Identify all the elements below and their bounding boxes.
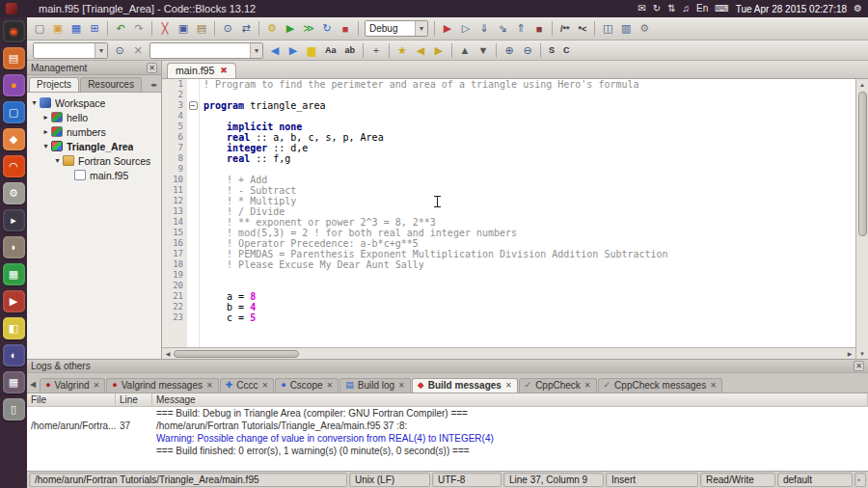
zoom-in-button[interactable]: ⊕ [501, 41, 518, 59]
highlight-button[interactable]: ▆ [303, 41, 320, 59]
scroll-right-icon[interactable]: ▶ [844, 350, 855, 357]
code-line[interactable]: 2 [162, 90, 855, 100]
code-line[interactable]: 11 ! - Subtract [162, 185, 855, 196]
code-line[interactable]: 1! Program to find the perimeter and are… [162, 79, 855, 90]
prev-bookmark-button[interactable]: ◀ [412, 41, 429, 59]
code-line[interactable]: 6 real :: a, b, c, s, p, Area [162, 132, 855, 143]
expander-icon[interactable]: ▸ [41, 127, 51, 136]
close-tab-icon[interactable]: ✕ [505, 382, 512, 390]
highlight-syntax-button[interactable]: S [545, 41, 558, 59]
match-case-button[interactable]: Aa [321, 41, 340, 59]
settings-button[interactable]: ⚙ [636, 20, 653, 38]
log-tab-cppcheck-messages[interactable]: ✓CppCheck messages✕ [598, 378, 722, 393]
run-to-cursor-button[interactable]: ▷ [457, 20, 475, 38]
launcher-firefox[interactable]: ● [3, 74, 25, 96]
launcher-terminal[interactable]: ▸ [3, 209, 25, 231]
log-tab-valgrind-messages[interactable]: ●Valgrind messages✕ [106, 378, 218, 393]
network-indicator[interactable]: ⇅ [667, 4, 675, 14]
close-logs-icon[interactable]: ✕ [854, 361, 864, 371]
prev-result-button[interactable]: ◀ [266, 41, 284, 59]
launcher-gimp[interactable]: ◗ [3, 236, 25, 258]
code-line[interactable]: 3−program triangle_area [162, 100, 855, 111]
editor-tab-main-f95[interactable]: main.f95 ✖ [167, 63, 236, 78]
keyboard-layout-indicator[interactable]: En [696, 4, 708, 14]
tab-scroll-icons[interactable]: ◂▸ [150, 81, 159, 92]
build-target-select[interactable]: Debug▾ [365, 20, 428, 37]
close-tab-icon[interactable]: ✕ [327, 382, 334, 390]
close-tab-icon[interactable]: ✕ [261, 382, 268, 390]
open-file-button[interactable]: ▣ [49, 20, 67, 38]
session-menu-icon[interactable]: ⚙ [854, 4, 862, 14]
run-button[interactable]: ▶ [282, 20, 299, 38]
launcher-dash-home[interactable]: ◉ [3, 20, 25, 42]
code-line[interactable]: 13 ! / Divide [162, 206, 855, 217]
code-line[interactable]: 20 [162, 281, 855, 291]
log-tab-valgrind[interactable]: ●Valgrind✕ [40, 378, 105, 393]
rebuild-button[interactable]: ↻ [318, 20, 336, 38]
table-row[interactable]: === Build finished: 0 error(s), 1 warnin… [27, 445, 868, 457]
fold-all-button[interactable]: ▲ [456, 41, 474, 59]
launcher-trash[interactable]: ▯ [3, 398, 25, 420]
clock-indicator[interactable]: Tue Apr 28 2015 02:27:18 [736, 4, 847, 14]
close-management-icon[interactable]: ✕ [147, 63, 157, 73]
code-line[interactable]: 14 ! ** exponent or power 2^3 = 8, 2**3 [162, 217, 855, 228]
clear-search-button[interactable]: ✕ [129, 41, 147, 59]
tree-item-numbers[interactable]: ▸numbers [27, 124, 161, 139]
scroll-up-icon[interactable]: ▲ [856, 79, 868, 90]
close-tab-icon[interactable]: ✕ [710, 382, 717, 390]
split-view-button[interactable]: ◫ [599, 20, 616, 38]
vertical-scrollbar[interactable]: ▲ ▼ [855, 79, 868, 359]
column-header-line[interactable]: Line [116, 393, 152, 406]
launcher-media-player[interactable]: ▶ [3, 290, 25, 312]
fold-toggle-icon[interactable]: − [189, 101, 198, 110]
redo-button[interactable]: ↷ [130, 20, 148, 38]
sound-indicator[interactable]: ♫ [683, 4, 691, 14]
tree-item-workspace[interactable]: ▾Workspace [27, 95, 161, 110]
unfold-all-button[interactable]: ▼ [475, 41, 492, 59]
log-tab-cscope[interactable]: ●Cscope✕ [275, 378, 339, 393]
tab-projects[interactable]: Projects [29, 77, 79, 92]
code-area[interactable]: 1! Program to find the perimeter and are… [162, 79, 855, 347]
launcher-eclipse[interactable]: ◐ [3, 344, 25, 366]
launcher-libreoffice-calc[interactable]: ▦ [3, 263, 25, 285]
vscroll-thumb[interactable] [858, 92, 867, 236]
close-tab-icon[interactable]: ✕ [206, 382, 213, 390]
expander-icon[interactable]: ▾ [41, 142, 51, 150]
highlight-occurrences-button[interactable]: C [559, 41, 574, 59]
launcher-software-center[interactable]: ◆ [3, 128, 25, 150]
symbols-browser-button[interactable]: ▥ [617, 20, 635, 38]
save-button[interactable]: ▦ [68, 20, 85, 38]
build-and-run-button[interactable]: ≫ [300, 20, 317, 38]
close-editor-tab-icon[interactable]: ✖ [220, 67, 228, 75]
cut-button[interactable]: ╳ [156, 20, 174, 38]
code-line[interactable]: 21 a = 8 [162, 291, 855, 302]
expander-icon[interactable]: ▸ [41, 113, 51, 122]
log-tab-cppcheck[interactable]: ✓CppCheck✕ [519, 378, 597, 393]
code-line[interactable]: 7 integer :: d,e [162, 143, 855, 153]
code-line[interactable]: 10 ! + Add [162, 175, 855, 185]
code-line[interactable]: 19 [162, 270, 855, 281]
log-tab-cccc[interactable]: ✚Cccc✕ [220, 378, 274, 393]
launcher-libreoffice-writer[interactable]: ▢ [3, 101, 25, 123]
code-line[interactable]: 4 [162, 111, 855, 122]
code-line[interactable]: 8 real :: f,g [162, 153, 855, 164]
abort-build-button[interactable]: ■ [337, 20, 354, 38]
code-line[interactable]: 17 ! PEMDAS = Parenthesis Exponent Multi… [162, 249, 855, 259]
code-line[interactable]: 16 ! Operator Precedence: a-b*c+g**5 [162, 238, 855, 249]
launcher-files[interactable]: ▤ [3, 47, 25, 69]
launcher-workspace-switcher[interactable]: ▦ [3, 371, 25, 393]
scroll-left-icon[interactable]: ◀ [162, 350, 174, 357]
select-mode-button[interactable]: + [367, 41, 385, 59]
scroll-down-icon[interactable]: ▼ [856, 348, 868, 359]
doxygen-comment-button[interactable]: /** [556, 20, 574, 38]
tab-resources[interactable]: Resources [80, 77, 142, 92]
tree-item-hello[interactable]: ▸hello [27, 110, 161, 124]
tree-item-main-f95[interactable]: main.f95 [27, 168, 161, 182]
keyboard-indicator[interactable]: ⌨ [715, 4, 728, 14]
undo-button[interactable]: ↶ [112, 20, 129, 38]
search-term-combo[interactable]: ▾ [33, 42, 108, 59]
code-line[interactable]: 18 ! Please Excuse My Dear Aunt Sally [162, 259, 855, 270]
replace-button[interactable]: ⇄ [237, 20, 255, 38]
symbol-combo[interactable]: ▾ [149, 42, 263, 59]
toggle-bookmark-button[interactable]: ★ [393, 41, 411, 59]
